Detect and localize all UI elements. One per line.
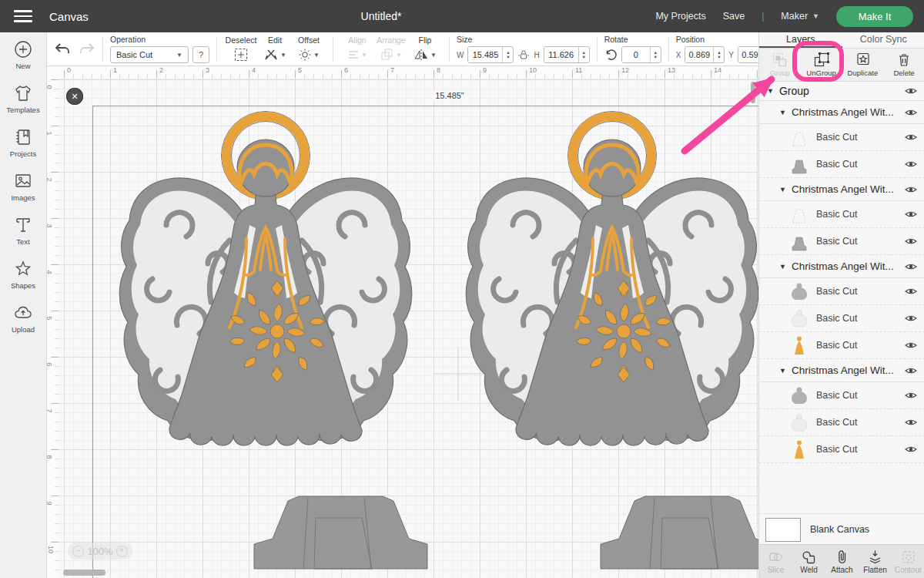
design-canvas[interactable]: 01234567891011121314 012345678910 <box>46 66 758 578</box>
layer-subgroup-row[interactable]: ▼Christmas Angel Wit... <box>759 255 924 278</box>
lock-icon[interactable] <box>517 49 530 61</box>
layer-row[interactable]: Basic Cut <box>759 151 924 178</box>
ungroup-button[interactable]: UnGroup <box>801 49 842 81</box>
contour-button[interactable]: Contour <box>892 545 924 578</box>
caret-down-icon[interactable]: ▼ <box>767 87 774 95</box>
visibility-toggle[interactable] <box>905 185 917 194</box>
layer-row[interactable]: Basic Cut <box>759 201 924 228</box>
machine-selector[interactable]: Maker▼ <box>781 11 819 22</box>
caret-down-icon[interactable]: ▼ <box>779 263 786 271</box>
deselect-button[interactable]: Deselect <box>224 35 258 62</box>
visibility-toggle[interactable] <box>905 314 917 323</box>
undo-button[interactable] <box>54 39 71 59</box>
my-projects-link[interactable]: My Projects <box>655 11 705 22</box>
layer-row[interactable]: Basic Cut <box>759 124 924 151</box>
layer-subgroup-row[interactable]: ▼Christmas Angel Wit... <box>759 359 924 382</box>
stepper-icon[interactable]: ▲▼ <box>650 47 661 62</box>
hamburger-menu-icon[interactable] <box>14 10 32 22</box>
visibility-eye-icon <box>905 160 917 169</box>
selection-box-top-edge[interactable] <box>92 106 758 106</box>
layer-row[interactable]: Basic Cut <box>759 278 924 305</box>
sidebar-item-images[interactable]: Images <box>0 164 46 208</box>
stand-shape-right[interactable] <box>601 496 758 569</box>
visibility-toggle[interactable] <box>905 391 917 400</box>
rotate-icon[interactable] <box>604 49 618 62</box>
sidebar-item-shapes[interactable]: Shapes <box>0 252 46 296</box>
horizontal-scrollbar[interactable] <box>63 570 105 576</box>
layer-group-row[interactable]: ▼Group <box>759 81 924 101</box>
visibility-toggle[interactable] <box>905 341 917 350</box>
rotate-field[interactable]: ▲▼ <box>621 46 661 63</box>
make-it-button[interactable]: Make It <box>836 6 913 27</box>
zoom-out-button[interactable]: – <box>72 546 84 557</box>
tab-layers[interactable]: Layers <box>759 32 842 48</box>
vertical-scrollbar[interactable] <box>751 82 755 103</box>
zoom-in-button[interactable]: + <box>116 546 128 557</box>
slice-button[interactable]: Slice <box>759 545 792 578</box>
layer-row[interactable]: Basic Cut <box>759 332 924 359</box>
align-icon <box>347 49 360 60</box>
height-field[interactable]: ▲▼ <box>544 46 590 63</box>
visibility-toggle[interactable] <box>905 108 917 117</box>
blank-canvas-row[interactable]: Blank Canvas <box>759 513 924 545</box>
layer-row[interactable]: Basic Cut <box>759 436 924 463</box>
offset-button[interactable]: Offset ▼ <box>292 35 326 62</box>
visibility-toggle[interactable] <box>905 287 917 296</box>
visibility-toggle[interactable] <box>905 86 917 96</box>
layer-row[interactable]: Basic Cut <box>759 409 924 436</box>
group-button[interactable]: Group <box>759 49 801 81</box>
align-button[interactable]: Align ▼ <box>340 35 374 62</box>
layer-label: Group <box>779 85 809 97</box>
visibility-toggle[interactable] <box>905 237 917 246</box>
layer-subgroup-row[interactable]: ▼Christmas Angel Wit... <box>759 178 924 201</box>
stepper-icon[interactable]: ▲▼ <box>578 47 589 62</box>
page-title: Canvas <box>49 10 89 23</box>
visibility-toggle[interactable] <box>905 418 917 427</box>
tab-color-sync[interactable]: Color Sync <box>842 32 924 48</box>
visibility-toggle[interactable] <box>905 445 917 454</box>
help-button[interactable]: ? <box>192 46 209 63</box>
attach-button[interactable]: Attach <box>825 545 859 578</box>
deselect-close-button[interactable]: ✕ <box>66 88 83 105</box>
visibility-toggle[interactable] <box>905 262 917 271</box>
ruler-number: 12 <box>621 66 629 74</box>
visibility-toggle[interactable] <box>905 160 917 169</box>
visibility-toggle[interactable] <box>905 210 917 219</box>
position-x-field[interactable]: ▲▼ <box>685 46 725 63</box>
visibility-toggle[interactable] <box>905 133 917 142</box>
duplicate-button[interactable]: Duplicate <box>842 49 884 81</box>
stepper-icon[interactable]: ▲▼ <box>713 47 724 62</box>
caret-down-icon[interactable]: ▼ <box>779 186 786 193</box>
width-field[interactable]: ▲▼ <box>467 46 514 63</box>
sidebar-item-projects[interactable]: Projects <box>0 120 46 164</box>
stepper-icon[interactable]: ▲▼ <box>502 47 513 62</box>
sidebar-item-new[interactable]: New <box>0 32 46 76</box>
visibility-toggle[interactable] <box>905 366 917 375</box>
edit-button[interactable]: Edit ▼ <box>258 35 292 62</box>
selection-box-left-edge[interactable] <box>92 106 93 578</box>
layer-subgroup-row[interactable]: ▼Christmas Angel Wit... <box>759 101 924 124</box>
sidebar-item-upload[interactable]: Upload <box>0 296 46 340</box>
sidebar-item-templates[interactable]: Templates <box>0 76 46 120</box>
layer-row[interactable]: Basic Cut <box>759 228 924 255</box>
save-link[interactable]: Save <box>723 11 745 22</box>
trash-icon <box>897 52 911 67</box>
delete-button[interactable]: Delete <box>883 49 924 81</box>
document-title[interactable]: Untitled* <box>331 10 431 22</box>
flatten-button[interactable]: Flatten <box>859 545 892 578</box>
flip-button[interactable]: Flip ▼ <box>408 35 442 62</box>
layer-row[interactable]: Basic Cut <box>759 305 924 332</box>
caret-down-icon[interactable]: ▼ <box>779 367 786 375</box>
layer-row[interactable]: Basic Cut <box>759 382 924 409</box>
stand-shape-left[interactable] <box>254 496 427 569</box>
design-artwork[interactable] <box>59 78 758 578</box>
arrange-button[interactable]: Arrange ▼ <box>374 35 408 62</box>
caret-down-icon[interactable]: ▼ <box>779 109 786 116</box>
redo-button[interactable] <box>79 39 95 59</box>
sidebar-item-text[interactable]: Text <box>0 208 46 252</box>
visibility-eye-icon <box>905 185 917 194</box>
operation-select[interactable]: Basic Cut▼ <box>110 46 189 63</box>
angel-design-left[interactable] <box>119 112 412 446</box>
angel-design-right[interactable] <box>466 112 758 446</box>
weld-button[interactable]: Weld <box>792 545 825 578</box>
